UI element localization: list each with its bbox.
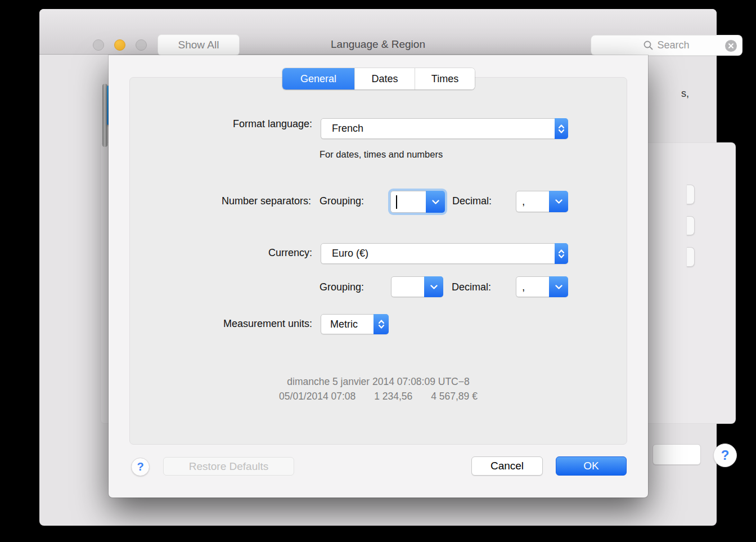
number-grouping-combo[interactable] [390,191,445,213]
tab-dates[interactable]: Dates [354,68,415,89]
chevron-down-icon [549,276,568,297]
preview-currency: 4 567,89 € [431,391,478,402]
cancel-button[interactable]: Cancel [471,456,543,476]
format-preview-line2: 05/01/2014 07:08 1 234,56 4 567,89 € [129,391,627,402]
chevron-down-icon [426,191,445,213]
measurement-units-label: Measurement units: [143,318,312,330]
restore-defaults-button[interactable]: Restore Defaults [163,457,294,476]
ok-button[interactable]: OK [556,456,627,476]
hidden-button-stub[interactable] [687,216,695,235]
chevron-down-icon [424,276,443,297]
currency-label: Currency: [143,247,312,259]
tab-times[interactable]: Times [415,68,475,89]
text-cursor [396,195,397,209]
tab-general[interactable]: General [282,68,354,89]
currency-value: Euro (€) [321,248,368,259]
clipped-text-fragment: s, [681,88,689,100]
preview-number: 1 234,56 [374,391,412,402]
chevron-down-icon [549,191,568,212]
currency-decimal-value: , [516,281,525,293]
chevron-up-down-icon [555,243,568,264]
language-region-sheet: General Dates Times Format language: Fre… [109,55,648,498]
search-placeholder: Search [657,39,689,51]
number-separators-label: Number separators: [142,195,311,207]
hidden-button-stub[interactable] [687,247,695,267]
number-decimal-combo[interactable]: , [516,191,568,212]
chevron-up-down-icon [555,118,568,139]
preview-date: 05/01/2014 07:08 [279,391,356,402]
format-language-value: French [321,123,363,135]
format-language-hint: For dates, times and numbers [320,149,443,160]
clear-search-icon[interactable] [725,40,737,52]
format-language-select[interactable]: French [321,118,568,139]
currency-decimal-label: Decimal: [452,281,491,293]
chevron-up-down-icon [374,314,389,334]
currency-grouping-label: Grouping: [320,281,364,293]
tab-bar: General Dates Times [282,68,475,89]
number-decimal-value: , [516,195,525,208]
grouping-label: Grouping: [320,195,364,207]
window-help-button[interactable]: ? [713,444,737,467]
sheet-help-button[interactable]: ? [131,458,150,476]
format-language-label: Format language: [143,118,312,130]
format-preview-line1: dimanche 5 janvier 2014 07:08:09 UTC−8 [129,376,627,388]
search-input[interactable]: Search [591,35,742,56]
search-icon [644,41,653,50]
currency-grouping-combo[interactable] [391,276,443,297]
currency-decimal-combo[interactable]: , [516,276,568,297]
hidden-button-stub[interactable] [687,185,695,204]
currency-select[interactable]: Euro (€) [321,243,568,264]
measurement-units-value: Metric [321,319,358,330]
decimal-label: Decimal: [452,195,492,207]
hidden-button-partial[interactable] [652,444,701,465]
measurement-units-select[interactable]: Metric [321,314,389,334]
titlebar: Show All Language & Region Search [39,9,717,55]
